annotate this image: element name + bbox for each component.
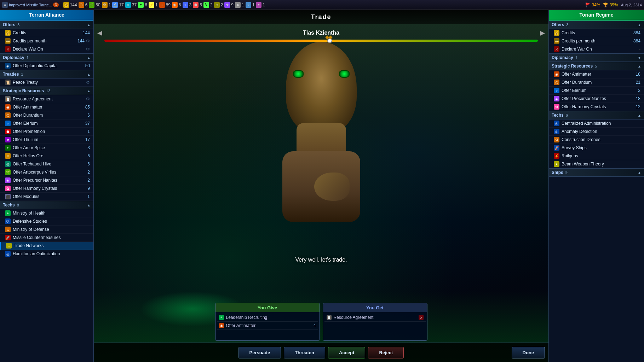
nav-arrow-left[interactable]: ◀: [97, 29, 102, 37]
accept-button[interactable]: Accept: [328, 347, 365, 358]
trade-icon: ↔: [159, 2, 165, 8]
get-item-resource-agreement[interactable]: 📋 Resource Agreement ✕: [324, 314, 426, 322]
resource-gear[interactable]: ⚙: [86, 97, 90, 101]
reject-button[interactable]: Reject: [368, 347, 404, 358]
diplomacy-arrow-right: ▼: [638, 56, 641, 60]
torian-survey-ships[interactable]: 🚀 Survey Ships: [549, 144, 644, 152]
nav-arrow-right[interactable]: ▶: [540, 29, 545, 37]
torian-construction-drones[interactable]: ⚙ Construction Drones: [549, 136, 644, 144]
offer-thulium-left[interactable]: ❖ Offer Thulium 17: [0, 136, 93, 144]
torian-durantium[interactable]: ⬡ Offer Durantium 21: [549, 78, 644, 87]
section-techs-right[interactable]: Techs 6 ▲: [549, 111, 644, 119]
persuade-button[interactable]: Persuade: [238, 347, 281, 358]
offer-elerium-left[interactable]: ○ Offer Elerium 37: [0, 119, 93, 128]
offer-missile-countermeasures[interactable]: 🚀 Missile Countermeasures: [0, 234, 93, 242]
torian-centralized-admin[interactable]: ◎ Centralized Administration: [549, 119, 644, 128]
offer-techapod-left[interactable]: ◎ Offer Techapod Hive 6: [0, 160, 93, 168]
torian-credits-pm-icon: 💳: [554, 38, 559, 44]
offer-ministry-health[interactable]: + Ministry of Health: [0, 209, 93, 217]
offer-precursor-left[interactable]: ◈ Offer Precursor Nanites 2: [0, 176, 93, 185]
techapod-left-icon: ◎: [5, 161, 11, 167]
war-gear[interactable]: ⚙: [86, 47, 90, 52]
thulium-left-icon: ❖: [5, 137, 11, 142]
treaties-title: Treaties: [3, 72, 19, 77]
resource-prod: ⚙ 1: [102, 2, 111, 8]
notification-count: 3: [53, 2, 59, 7]
section-treaties[interactable]: Treaties 1 ▲: [0, 70, 93, 78]
torian-declare-war[interactable]: ⚔ Declare War On -: [549, 45, 644, 53]
offer-helios-left[interactable]: ☀ Offer Helios Ore 5: [0, 152, 93, 160]
torian-antimatter[interactable]: ◉ Offer Antimatter 18: [549, 70, 644, 78]
offer-defensive-studies[interactable]: 🛡 Defensive Studies: [0, 217, 93, 226]
promethion-left-icon: ⬢: [5, 129, 11, 134]
offer-harmony-left[interactable]: ✿ Offer Harmony Crystals 9: [0, 185, 93, 193]
section-techs-left[interactable]: Techs 8 ▲: [0, 201, 93, 209]
torian-harmony[interactable]: ✿ Offer Harmony Crystals 12: [549, 103, 644, 111]
torian-precursor-icon: ◈: [554, 96, 559, 101]
durantium-left-icon: ⬡: [5, 112, 11, 118]
influence-icon: ◈: [125, 2, 131, 8]
notification-item[interactable]: ⚔ Improved Missile Targe... 3: [2, 2, 59, 8]
harmony-left-icon: ✿: [5, 186, 11, 191]
section-ships-right[interactable]: Ships 9 ▲: [549, 168, 644, 177]
prod-icon: ⚙: [102, 2, 108, 8]
left-panel: Terran Alliance Offers 3 ▲ 💰 Credits 144…: [0, 10, 94, 362]
offer-antimatter-left[interactable]: ◉ Offer Antimatter 85: [0, 103, 93, 111]
offer-trade-networks[interactable]: ↔ Trade Networks: [0, 242, 93, 250]
torian-credits[interactable]: 💰 Credits 884: [549, 29, 644, 37]
railguns-icon: ⚡: [554, 153, 559, 159]
torian-anomaly-detection[interactable]: ◎ Anomaly Detection: [549, 128, 644, 136]
section-offers-right[interactable]: Offers 3 ▲: [549, 21, 644, 29]
offer-credits[interactable]: 💰 Credits 144: [0, 29, 93, 37]
right-panel-title: Torian Regime: [549, 10, 644, 21]
beam-weapon-icon: ✦: [554, 161, 559, 167]
offer-artocarpus-left[interactable]: 🌱 Offer Artocarpus Viriles 2: [0, 168, 93, 176]
flag2: 🏆 39%: [603, 2, 618, 7]
torian-war-icon: ⚔: [554, 46, 559, 52]
torian-credits-pm[interactable]: 💳 Credits per month 884: [549, 37, 644, 45]
treaty-gear[interactable]: ⚙: [86, 80, 90, 85]
you-get-body: 📋 Resource Agreement ✕: [323, 312, 427, 340]
torian-beam-weapon[interactable]: ✦ Beam Weapon Theory: [549, 160, 644, 168]
section-diplomacy[interactable]: Diplomacy 1 ▲: [0, 53, 93, 62]
offer-resource-agreement[interactable]: 📋 Resource Agreement ⚙: [0, 95, 93, 103]
v2-icon: ◇: [214, 2, 220, 8]
torian-elerium[interactable]: ○ Offer Elerium 2: [549, 87, 644, 95]
offer-ministry-defense[interactable]: ⚔ Ministry of Defense: [0, 226, 93, 234]
give-item-leadership[interactable]: + Leadership Recruiting: [217, 314, 318, 322]
precursor-left-icon: ◈: [5, 177, 11, 183]
modules-left-icon: ⬛: [5, 194, 11, 199]
offer-durantium-left[interactable]: ⬡ Offer Durantium 6: [0, 111, 93, 119]
remove-resource-agreement[interactable]: ✕: [419, 315, 424, 320]
section-strategic-left[interactable]: Strategic Resources 13 ▲: [0, 87, 93, 95]
offer-diplo-capital[interactable]: ◈ Offer Diplomatic Capital 50: [0, 62, 93, 70]
strategic-arrow-left: ▲: [87, 89, 91, 93]
v3-icon: ❖: [224, 2, 230, 8]
section-strategic-right[interactable]: Strategic Resources 5 ▲: [549, 62, 644, 70]
research-icon: 🔬: [112, 2, 118, 8]
offer-promethion-left[interactable]: ⬢ Offer Promethion 1: [0, 128, 93, 136]
credits-pm-gear[interactable]: ⚙: [86, 39, 90, 43]
section-diplomacy-right[interactable]: Diplomacy 1 ▼: [549, 53, 644, 62]
hamiltonian-icon: ◎: [5, 251, 11, 257]
antimatter-give-icon: ◉: [219, 323, 224, 328]
offer-amor-left[interactable]: ✦ Offer Amor Spice 3: [0, 144, 93, 152]
offer-peace-treaty[interactable]: 📜 Peace Treaty ⚙: [0, 78, 93, 87]
torian-railguns[interactable]: ⚡ Railguns: [549, 152, 644, 160]
offer-modules-left[interactable]: ⬛ Offer Modules 1: [0, 193, 93, 201]
resource-v6: ✦ 1: [256, 2, 265, 8]
done-button[interactable]: Done: [512, 347, 545, 358]
give-item-antimatter[interactable]: ◉ Offer Antimatter 4: [217, 322, 318, 330]
diplo-icon: ◈: [5, 63, 11, 69]
offer-declare-war[interactable]: ⚔ Declare War On ⚙: [0, 45, 93, 53]
bottom-buttons: Persuade Threaten Accept Reject Done: [94, 343, 548, 362]
alien-silhouette: [247, 42, 396, 247]
resource-food: 🌿 50: [89, 2, 100, 8]
offer-hamiltonian[interactable]: ◎ Hamiltonian Optimization: [0, 250, 93, 258]
offer-credits-pm[interactable]: 💳 Credits per month 144 ⚙: [0, 37, 93, 45]
section-offers[interactable]: Offers 3 ▲: [0, 21, 93, 29]
threaten-button[interactable]: Threaten: [284, 347, 325, 358]
amor-left-icon: ✦: [5, 145, 11, 151]
approval-icon: ✦: [138, 2, 144, 8]
torian-precursor[interactable]: ◈ Offer Precursor Nanites 18: [549, 95, 644, 103]
